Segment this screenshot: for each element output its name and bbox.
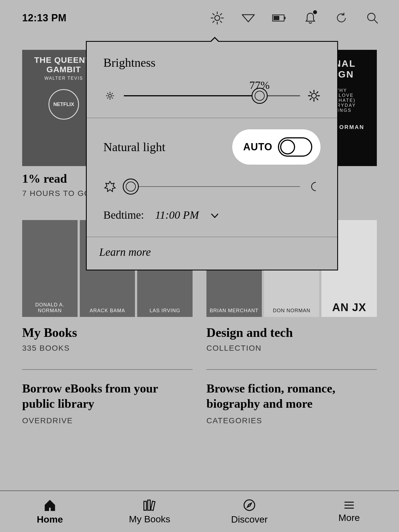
natural-light-title: Natural light <box>103 140 165 154</box>
tab-more[interactable]: More <box>299 491 399 532</box>
svg-rect-33 <box>144 501 146 510</box>
wifi-icon[interactable] <box>241 11 255 25</box>
sun-outline-icon <box>103 180 117 193</box>
moon-icon <box>307 180 321 193</box>
status-icons <box>210 11 380 25</box>
tab-label: More <box>338 512 360 523</box>
brightness-title: Brightness <box>103 56 321 70</box>
svg-line-7 <box>213 21 214 22</box>
svg-line-31 <box>317 92 318 93</box>
brightness-thumb[interactable] <box>252 88 268 104</box>
svg-point-36 <box>244 500 255 510</box>
natural-light-track[interactable] <box>124 186 300 187</box>
book-cover[interactable]: DONALD A. NORMAN <box>22 220 78 317</box>
auto-label: AUTO <box>243 141 272 153</box>
switch-knob <box>280 140 295 154</box>
books-icon <box>142 499 157 512</box>
tab-discover[interactable]: Discover <box>200 491 299 532</box>
section-subtitle: 335 BOOKS <box>22 344 193 353</box>
brightness-icon[interactable] <box>210 11 224 25</box>
svg-line-30 <box>310 99 311 100</box>
svg-marker-32 <box>105 181 115 192</box>
svg-line-29 <box>317 99 318 100</box>
svg-point-0 <box>215 16 220 20</box>
svg-rect-34 <box>148 500 150 510</box>
cover-badge: NETFLIX <box>48 89 79 120</box>
bedtime-row[interactable]: Bedtime: 11:00 PM <box>103 208 321 221</box>
search-icon[interactable] <box>365 11 380 25</box>
link-subtitle: CATEGORIES <box>206 416 377 425</box>
compass-icon <box>243 499 256 512</box>
auto-switch[interactable] <box>278 137 312 157</box>
link-subtitle: OVERDRIVE <box>22 416 193 425</box>
sync-icon[interactable] <box>334 11 349 25</box>
tab-label: My Books <box>129 514 170 525</box>
bedtime-value: 11:00 PM <box>155 208 199 221</box>
learn-more-link[interactable]: Learn more <box>87 237 337 270</box>
tab-label: Home <box>37 514 63 525</box>
natural-light-thumb[interactable] <box>123 179 139 195</box>
menu-icon <box>342 500 356 510</box>
notifications-icon[interactable] <box>303 11 318 25</box>
svg-rect-11 <box>273 16 279 20</box>
svg-line-22 <box>112 93 113 94</box>
svg-rect-35 <box>151 501 155 510</box>
svg-line-13 <box>374 20 378 23</box>
brightness-slider[interactable]: 77% <box>103 89 321 102</box>
svg-point-12 <box>368 13 375 21</box>
svg-line-6 <box>220 21 222 22</box>
section-title: My Books <box>22 325 193 340</box>
categories-link[interactable]: Browse fiction, romance, biography and m… <box>206 369 377 425</box>
tab-my-books[interactable]: My Books <box>100 491 200 532</box>
auto-toggle[interactable]: AUTO <box>232 129 321 165</box>
tab-label: Discover <box>231 514 268 525</box>
svg-marker-37 <box>247 503 251 507</box>
natural-light-slider[interactable] <box>103 180 321 193</box>
link-title: Borrow eBooks from your public library <box>22 381 193 411</box>
svg-line-21 <box>108 98 108 99</box>
status-bar: 12:13 PM <box>0 0 399 36</box>
tab-home[interactable]: Home <box>0 491 100 532</box>
svg-line-28 <box>310 92 311 93</box>
sun-low-icon <box>103 89 117 102</box>
svg-line-19 <box>108 93 108 94</box>
svg-line-5 <box>213 14 214 15</box>
overdrive-link[interactable]: Borrow eBooks from your public library O… <box>22 369 193 425</box>
link-title: Browse fiction, romance, biography and m… <box>206 381 377 411</box>
bedtime-label: Bedtime: <box>103 208 144 221</box>
svg-point-14 <box>109 94 111 97</box>
tab-bar: Home My Books Discover More <box>0 490 399 532</box>
chevron-down-icon <box>210 208 219 221</box>
brightness-popover: Brightness 77% Natural light AUTO <box>86 41 338 270</box>
svg-line-8 <box>220 14 222 15</box>
svg-rect-10 <box>284 17 285 19</box>
cover-author: WALTER TEVIS <box>44 76 83 81</box>
sun-high-icon <box>307 89 321 102</box>
section-subtitle: COLLECTION <box>206 344 377 353</box>
status-time: 12:13 PM <box>22 12 66 24</box>
svg-line-20 <box>112 98 113 99</box>
home-icon <box>43 499 57 512</box>
brightness-track[interactable]: 77% <box>124 95 300 96</box>
battery-icon[interactable] <box>272 11 287 25</box>
svg-point-23 <box>311 93 316 98</box>
section-title: Design and tech <box>206 325 377 340</box>
